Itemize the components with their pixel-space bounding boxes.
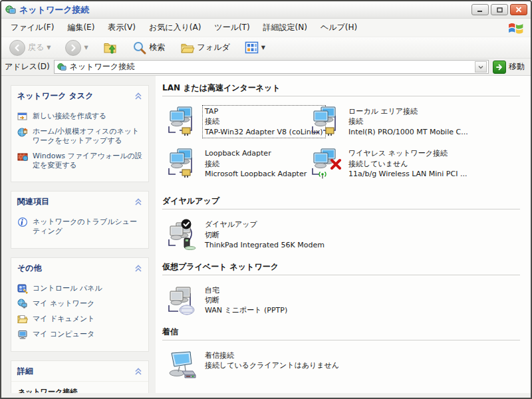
- connection-name: ワイヤレス ネットワーク接続: [348, 148, 467, 158]
- up-button[interactable]: [100, 39, 120, 57]
- link-label: マイ コンピュータ: [33, 330, 94, 339]
- minimize-icon: [477, 7, 483, 13]
- back-button[interactable]: 戻る ▼: [7, 39, 53, 57]
- forward-button[interactable]: ▼: [63, 39, 90, 57]
- task-create-connection[interactable]: 新しい接続を作成する: [17, 112, 143, 122]
- group-header-incoming: 着信: [162, 327, 520, 340]
- panel-details-header[interactable]: 詳細: [11, 361, 148, 381]
- my-computer-icon: [17, 329, 28, 340]
- group-header-vpn: 仮想プライベート ネットワーク: [162, 261, 520, 275]
- connection-name: 着信接続: [205, 350, 339, 360]
- link-control-panel[interactable]: コントロール パネル: [17, 284, 143, 294]
- task-label: Windows ファイアウォールの設定を変更する: [33, 152, 143, 171]
- troubleshoot-info-icon: [17, 217, 28, 227]
- folders-icon: [180, 41, 195, 55]
- group-header-lan: LAN または高速インターネット: [162, 82, 520, 96]
- link-my-computer[interactable]: マイ コンピュータ: [17, 330, 143, 340]
- wireless-disconnected-icon: [310, 147, 342, 179]
- main-view: LAN または高速インターネット: [156, 76, 531, 393]
- link-label: マイ ネットワーク: [33, 299, 94, 309]
- my-network-icon: [17, 299, 28, 309]
- back-icon: [9, 40, 25, 56]
- group-header-dialup: ダイヤルアップ: [162, 196, 520, 209]
- dialup-disconnected-icon: [166, 218, 198, 250]
- panel-title: 関連項目: [17, 196, 49, 207]
- connection-vpn-home[interactable]: 自宅 切断 WAN ミニポート (PPTP): [166, 284, 531, 317]
- panel-other: その他 コントロール パネル: [11, 257, 149, 352]
- lan-group: TAP 接続 TAP-Win32 Adapter V8 (coLinux): [162, 105, 531, 186]
- task-network-troubleshooting[interactable]: ネットワークのトラブルシューティング: [17, 217, 143, 237]
- my-documents-icon: [17, 314, 28, 325]
- minimize-button[interactable]: [471, 4, 489, 15]
- address-dropdown-button[interactable]: [475, 61, 487, 72]
- connection-dialup[interactable]: ダイヤルアップ 切断 ThinkPad Integrated 56K Modem: [166, 218, 531, 251]
- menu-bar: ファイル(F) 編集(E) 表示(V) お気に入り(A) ツール(T) 詳細設定…: [1, 19, 531, 37]
- connection-wireless[interactable]: ワイヤレス ネットワーク接続 接続していません 11a/b/g Wireless…: [310, 147, 531, 180]
- home-network-icon: [17, 126, 28, 137]
- link-label: コントロール パネル: [33, 284, 102, 293]
- menu-favorites[interactable]: お気に入り(A): [142, 19, 207, 37]
- chevron-up-icon: [134, 265, 142, 272]
- connection-incoming[interactable]: 着信接続 接続しているクライアントはありません: [166, 349, 531, 381]
- panel-related-header[interactable]: 関連項目: [11, 192, 148, 211]
- panel-details: 詳細 ネットワーク接続 システム フォルダ: [11, 360, 149, 393]
- task-change-firewall[interactable]: Windows ファイアウォールの設定を変更する: [17, 152, 143, 171]
- connection-local-area[interactable]: ローカル エリア接続 接続 Intel(R) PRO/1000 MT Mobil…: [310, 105, 531, 138]
- lan-connected-icon: [310, 105, 342, 137]
- panel-other-header[interactable]: その他: [11, 258, 148, 278]
- back-label: 戻る: [28, 42, 44, 53]
- menu-advanced[interactable]: 詳細設定(N): [257, 19, 314, 37]
- up-folder-icon: [103, 41, 118, 55]
- connection-device: WAN ミニポート (PPTP): [205, 305, 287, 315]
- connection-name: Loopback Adapter: [205, 148, 307, 158]
- chevron-up-icon: [134, 92, 142, 100]
- network-connections-window: ネットワーク接続 ファイル(F) 編集(E) 表示(V) お気に入り(A) ツー…: [0, 0, 532, 399]
- connection-status: 接続: [205, 116, 323, 126]
- panel-title: 詳細: [17, 366, 33, 377]
- address-bar: アドレス(D) ネットワーク接続 移動: [1, 59, 531, 76]
- menu-view[interactable]: 表示(V): [101, 19, 142, 37]
- restore-icon: [496, 7, 503, 13]
- go-label: 移動: [509, 61, 525, 72]
- chevron-up-icon: [134, 368, 142, 375]
- task-setup-home-network[interactable]: ホーム/小規模オフィスのネットワークをセットアップする: [17, 127, 143, 146]
- menu-file[interactable]: ファイル(F): [4, 19, 61, 37]
- connection-device: 11a/b/g Wireless LAN Mini PCI ...: [348, 169, 467, 179]
- connection-device: Microsoft Loopback Adapter: [205, 169, 307, 179]
- connection-text: ローカル エリア接続 接続 Intel(R) PRO/1000 MT Mobil…: [346, 106, 470, 138]
- sidebar: ネットワーク タスク 新しい接続を作成する: [1, 76, 156, 393]
- search-label: 検索: [150, 42, 166, 53]
- views-button[interactable]: ▼: [242, 39, 268, 56]
- connection-name: 自宅: [205, 285, 287, 295]
- connection-loopback[interactable]: Loopback Adapter 接続 Microsoft Loopback A…: [166, 147, 306, 180]
- firewall-icon: [17, 151, 28, 162]
- connection-status: 接続しているクライアントはありません: [205, 360, 339, 370]
- window-controls: [471, 4, 527, 15]
- lan-connected-icon: [166, 105, 198, 137]
- task-label: 新しい接続を作成する: [33, 112, 106, 121]
- views-dropdown-icon: ▼: [261, 45, 265, 51]
- connection-tap[interactable]: TAP 接続 TAP-Win32 Adapter V8 (coLinux): [166, 105, 306, 138]
- menu-tools[interactable]: ツール(T): [207, 19, 256, 37]
- connection-text: ダイヤルアップ 切断 ThinkPad Integrated 56K Modem: [203, 219, 327, 251]
- views-icon: [245, 41, 259, 55]
- link-my-network[interactable]: マイ ネットワーク: [17, 299, 143, 309]
- link-my-documents[interactable]: マイ ドキュメント: [17, 315, 143, 325]
- menu-help[interactable]: ヘルプ(H): [314, 19, 364, 37]
- address-input[interactable]: ネットワーク接続: [54, 60, 489, 74]
- connection-device: ThinkPad Integrated 56K Modem: [205, 240, 325, 250]
- menu-edit[interactable]: 編集(E): [61, 19, 101, 37]
- search-button[interactable]: 検索: [130, 39, 168, 57]
- connection-status: 接続: [205, 159, 307, 169]
- panel-related: 関連項目 ネットワークのトラブルシューティング: [11, 191, 149, 249]
- connection-text: TAP 接続 TAP-Win32 Adapter V8 (coLinux): [203, 106, 325, 138]
- forward-icon: [65, 40, 81, 56]
- panel-network-tasks-header[interactable]: ネットワーク タスク: [11, 86, 148, 106]
- window-title: ネットワーク接続: [19, 4, 90, 16]
- incoming-connection-icon: [166, 349, 198, 381]
- folders-button[interactable]: フォルダ: [178, 39, 233, 57]
- go-button[interactable]: 移動: [493, 61, 527, 74]
- restore-button[interactable]: [491, 4, 508, 15]
- connection-device: Intel(R) PRO/1000 MT Mobile C...: [348, 127, 468, 137]
- close-button[interactable]: [510, 4, 527, 15]
